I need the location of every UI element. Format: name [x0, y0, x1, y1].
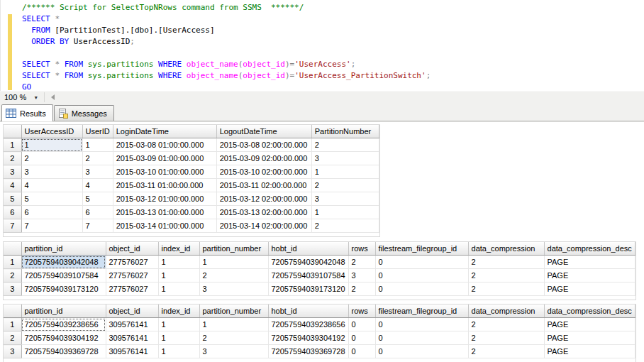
zoom-level-select[interactable]: 100 % ▼ [0, 92, 41, 103]
table-cell[interactable]: 6 [21, 206, 82, 219]
table-cell[interactable]: 1 [21, 138, 82, 152]
table-cell[interactable]: 2 [82, 152, 113, 165]
table-cell[interactable]: PAGE [544, 345, 635, 358]
table-cell[interactable]: PAGE [544, 318, 635, 331]
table-cell[interactable]: 277576027 [106, 256, 158, 269]
table-cell[interactable]: 2015-03-09 02:00:00.000 [216, 152, 311, 165]
column-header[interactable]: partition_id [21, 305, 106, 318]
column-header[interactable]: LogoutDateTime [216, 125, 311, 138]
table-cell[interactable]: 3 [199, 345, 268, 358]
table-cell[interactable]: 72057594039238656 [268, 318, 348, 331]
column-header[interactable]: data_compression [468, 305, 544, 318]
column-header[interactable]: rows [348, 305, 375, 318]
table-cell[interactable]: 2 [468, 269, 544, 283]
row-header[interactable]: 2 [4, 152, 21, 165]
table-cell[interactable]: 72057594039173120 [268, 283, 348, 296]
table-cell[interactable]: 5 [82, 192, 113, 206]
column-header[interactable]: partition_number [199, 305, 268, 318]
table-cell[interactable]: 2015-03-12 01:00:00.000 [113, 192, 216, 206]
table-cell[interactable]: 5 [21, 192, 82, 206]
column-header[interactable]: rows [348, 242, 375, 256]
table-cell[interactable]: 72057594039238656 [21, 318, 106, 331]
table-cell[interactable]: 0 [375, 283, 468, 296]
table-cell[interactable]: 2015-03-08 01:00:00.000 [113, 138, 216, 152]
table-cell[interactable]: 2 [468, 331, 544, 345]
row-header[interactable]: 3 [4, 345, 21, 358]
row-header[interactable]: 2 [4, 269, 21, 283]
table-cell[interactable]: 0 [375, 318, 468, 331]
table-cell[interactable]: 2015-03-14 01:00:00.000 [113, 219, 216, 233]
column-header[interactable]: object_id [106, 305, 158, 318]
table-cell[interactable]: 277576027 [106, 283, 158, 296]
row-header[interactable]: 3 [4, 283, 21, 296]
table-cell[interactable]: 2 [468, 283, 544, 296]
table-cell[interactable]: 2 [468, 318, 544, 331]
table-cell[interactable]: 2 [311, 219, 379, 233]
table-cell[interactable]: 2 [311, 138, 379, 152]
tab-results[interactable]: Results [1, 104, 53, 121]
table-cell[interactable]: 1 [158, 345, 199, 358]
table-cell[interactable]: 4 [21, 179, 82, 192]
table-cell[interactable]: PAGE [544, 269, 635, 283]
table-cell[interactable]: 6 [82, 206, 113, 219]
table-cell[interactable]: 72057594039369728 [268, 345, 348, 358]
table-cell[interactable]: 1 [158, 256, 199, 269]
table-cell[interactable]: 2015-03-10 02:00:00.000 [216, 165, 311, 179]
select-all-corner[interactable] [4, 305, 21, 318]
column-header[interactable]: index_id [158, 305, 199, 318]
column-header[interactable]: data_compression_desc [544, 242, 635, 256]
select-all-corner[interactable] [4, 242, 21, 256]
column-header[interactable]: object_id [106, 242, 158, 256]
table-cell[interactable]: 1 [158, 283, 199, 296]
table-cell[interactable]: 2015-03-11 02:00:00.000 [216, 179, 311, 192]
row-header[interactable]: 1 [4, 138, 21, 152]
table-cell[interactable]: 4 [82, 179, 113, 192]
table-cell[interactable]: 1 [82, 138, 113, 152]
table-cell[interactable]: 2 [468, 256, 544, 269]
table-cell[interactable]: 2015-03-09 01:00:00.000 [113, 152, 216, 165]
table-cell[interactable]: 72057594039173120 [21, 283, 106, 296]
column-header[interactable]: hobt_id [268, 242, 348, 256]
column-header[interactable]: filestream_filegroup_id [375, 242, 468, 256]
table-cell[interactable]: 3 [21, 165, 82, 179]
column-header[interactable]: UserAccessID [21, 125, 82, 138]
row-header[interactable]: 2 [4, 331, 21, 345]
table-cell[interactable]: 3 [199, 283, 268, 296]
table-cell[interactable]: 2 [348, 283, 375, 296]
table-cell[interactable]: 309576141 [106, 331, 158, 345]
column-header[interactable]: partition_id [21, 242, 106, 256]
table-cell[interactable]: PAGE [544, 256, 635, 269]
table-cell[interactable]: 2 [468, 345, 544, 358]
row-header[interactable]: 1 [4, 256, 21, 269]
table-cell[interactable]: 2015-03-13 02:00:00.000 [216, 206, 311, 219]
table-cell[interactable]: 1 [311, 206, 379, 219]
scroll-left-button[interactable] [48, 92, 57, 102]
table-cell[interactable]: 72057594039107584 [268, 269, 348, 283]
table-cell[interactable]: 2015-03-10 01:00:00.000 [113, 165, 216, 179]
table-cell[interactable]: PAGE [544, 331, 635, 345]
row-header[interactable]: 3 [4, 165, 21, 179]
table-cell[interactable]: 0 [375, 256, 468, 269]
column-header[interactable]: hobt_id [268, 305, 348, 318]
table-cell[interactable]: 1 [199, 256, 268, 269]
table-cell[interactable]: 3 [348, 269, 375, 283]
column-header[interactable]: index_id [158, 242, 199, 256]
table-cell[interactable]: 309576141 [106, 318, 158, 331]
table-cell[interactable]: 2015-03-12 02:00:00.000 [216, 192, 311, 206]
table-cell[interactable]: 2015-03-14 02:00:00.000 [216, 219, 311, 233]
table-cell[interactable]: 0 [348, 318, 375, 331]
table-cell[interactable]: 309576141 [106, 345, 158, 358]
table-cell[interactable]: 72057594039042048 [268, 256, 348, 269]
row-header[interactable]: 6 [4, 206, 21, 219]
column-header[interactable]: UserID [82, 125, 113, 138]
table-cell[interactable]: PAGE [544, 283, 635, 296]
table-cell[interactable]: 2 [21, 152, 82, 165]
column-header[interactable]: data_compression_desc [544, 305, 635, 318]
tab-messages[interactable]: Messages [54, 105, 114, 121]
table-cell[interactable]: 72057594039042048 [21, 256, 106, 269]
table-cell[interactable]: 1 [199, 318, 268, 331]
table-cell[interactable]: 2 [199, 331, 268, 345]
column-header[interactable]: data_compression [468, 242, 544, 256]
table-cell[interactable]: 0 [375, 345, 468, 358]
table-cell[interactable]: 2015-03-08 02:00:00.000 [216, 138, 311, 152]
